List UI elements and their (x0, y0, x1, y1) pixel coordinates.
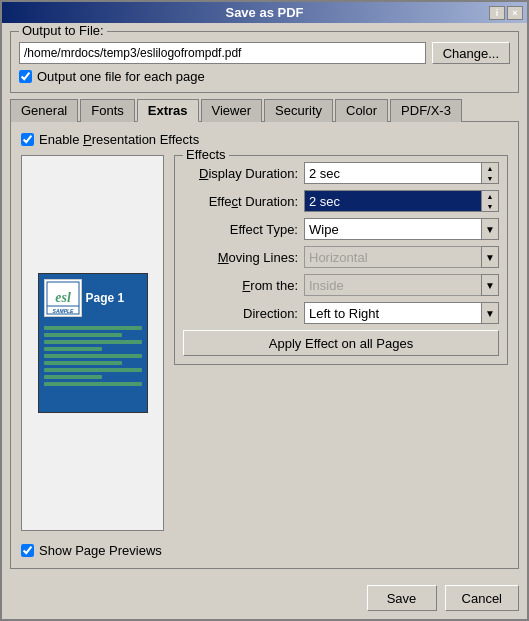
svg-text:esl: esl (55, 290, 71, 305)
page-preview: esl SAMPLE Page 1 (22, 156, 163, 530)
display-duration-spinner: ▲ ▼ (481, 162, 499, 184)
tab-security[interactable]: Security (264, 99, 333, 122)
content-line (44, 368, 142, 372)
display-duration-label: Display Duration: (183, 166, 298, 181)
effect-type-select[interactable]: Wipe (304, 218, 499, 240)
direction-row: Direction: Left to Right ▼ (183, 302, 499, 324)
effects-panel: Effects Display Duration: ▲ (174, 155, 508, 531)
page-thumb: esl SAMPLE Page 1 (38, 273, 148, 413)
window: Save as PDF i × Output to File: Change..… (0, 0, 529, 621)
enable-effects-row: Enable Presentation Effects (21, 132, 508, 147)
thumb-logo: esl SAMPLE (44, 279, 82, 317)
main-content: Output to File: Change... Output one fil… (2, 23, 527, 577)
save-button[interactable]: Save (367, 585, 437, 611)
content-line (44, 347, 103, 351)
display-duration-up[interactable]: ▲ (482, 163, 498, 173)
show-previews-label: Show Page Previews (39, 543, 162, 558)
tab-extras[interactable]: Extras (137, 99, 199, 122)
thumb-page-label: Page 1 (86, 291, 125, 305)
content-line (44, 361, 122, 365)
content-line (44, 382, 142, 386)
from-the-select[interactable]: Inside (304, 274, 499, 296)
content-line (44, 375, 103, 379)
effect-type-row: Effect Type: Wipe ▼ (183, 218, 499, 240)
moving-lines-select[interactable]: Horizontal (304, 246, 499, 268)
output-group: Output to File: Change... Output one fil… (10, 31, 519, 93)
window-title: Save as PDF (225, 5, 303, 20)
tab-fonts[interactable]: Fonts (80, 99, 135, 122)
thumb-lines (39, 322, 147, 390)
bottom-bar: Save Cancel (2, 577, 527, 619)
one-file-label: Output one file for each page (37, 69, 205, 84)
preview-panel: esl SAMPLE Page 1 (21, 155, 164, 531)
effect-duration-label: Effect Duration: (183, 194, 298, 209)
apply-effect-button[interactable]: Apply Effect on all Pages (183, 330, 499, 356)
enable-effects-label: Enable Presentation Effects (39, 132, 199, 147)
effects-group: Effects Display Duration: ▲ (174, 155, 508, 365)
change-button[interactable]: Change... (432, 42, 510, 64)
info-button[interactable]: i (489, 6, 505, 20)
tabs: General Fonts Extras Viewer Security Col… (10, 99, 519, 122)
effect-duration-down[interactable]: ▼ (482, 201, 498, 211)
direction-select[interactable]: Left to Right (304, 302, 499, 324)
display-duration-input[interactable] (304, 162, 481, 184)
from-the-wrap: Inside ▼ (304, 274, 499, 296)
show-previews-row: Show Page Previews (21, 539, 508, 558)
file-path-input[interactable] (19, 42, 426, 64)
effect-duration-input[interactable] (304, 190, 481, 212)
content-line (44, 333, 122, 337)
tab-pdfx3[interactable]: PDF/X-3 (390, 99, 462, 122)
page-thumbnail: esl SAMPLE Page 1 (38, 273, 148, 413)
titlebar-buttons: i × (489, 6, 523, 20)
display-duration-control: ▲ ▼ (304, 162, 499, 184)
tab-container: General Fonts Extras Viewer Security Col… (10, 99, 519, 569)
content-line (44, 340, 142, 344)
show-previews-checkbox[interactable] (21, 544, 34, 557)
direction-wrap: Left to Right ▼ (304, 302, 499, 324)
main-row: esl SAMPLE Page 1 (21, 155, 508, 531)
direction-label: Direction: (183, 306, 298, 321)
effect-duration-control: ▲ ▼ (304, 190, 499, 212)
display-duration-row: Display Duration: ▲ ▼ (183, 162, 499, 184)
tab-general[interactable]: General (10, 99, 78, 122)
thumb-header: esl SAMPLE Page 1 (39, 274, 147, 322)
effect-duration-up[interactable]: ▲ (482, 191, 498, 201)
tab-color[interactable]: Color (335, 99, 388, 122)
tab-viewer[interactable]: Viewer (201, 99, 263, 122)
moving-lines-wrap: Horizontal ▼ (304, 246, 499, 268)
moving-lines-label: Moving Lines: (183, 250, 298, 265)
display-duration-down[interactable]: ▼ (482, 173, 498, 183)
effect-type-wrap: Wipe ▼ (304, 218, 499, 240)
effect-duration-row: Effect Duration: ▲ ▼ (183, 190, 499, 212)
effect-duration-spinner: ▲ ▼ (481, 190, 499, 212)
file-row: Change... (19, 42, 510, 64)
svg-text:SAMPLE: SAMPLE (52, 308, 74, 314)
content-line (44, 326, 142, 330)
titlebar: Save as PDF i × (2, 2, 527, 23)
enable-effects-checkbox[interactable] (21, 133, 34, 146)
apply-row: Apply Effect on all Pages (183, 330, 499, 356)
tab-content-extras: Enable Presentation Effects (10, 122, 519, 569)
moving-lines-row: Moving Lines: Horizontal ▼ (183, 246, 499, 268)
one-file-row: Output one file for each page (19, 69, 510, 84)
from-the-label: From the: (183, 278, 298, 293)
output-group-label: Output to File: (19, 23, 107, 38)
from-the-row: From the: Inside ▼ (183, 274, 499, 296)
close-button[interactable]: × (507, 6, 523, 20)
effect-type-label: Effect Type: (183, 222, 298, 237)
one-file-checkbox[interactable] (19, 70, 32, 83)
content-line (44, 354, 142, 358)
cancel-button[interactable]: Cancel (445, 585, 519, 611)
effects-group-label: Effects (183, 147, 229, 162)
